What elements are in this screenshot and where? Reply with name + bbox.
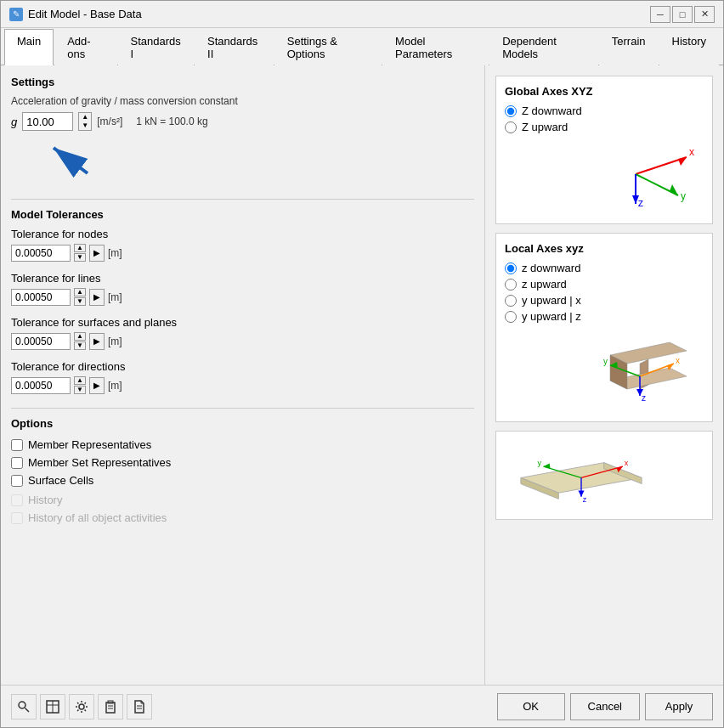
local-axes-section: Local Axes xyz z downward z upward y upw… [495,233,713,422]
svg-text:z: z [583,495,587,504]
tolerance-directions-row: ▲ ▼ ▶ [m] [11,376,474,394]
local-y-upward-z-radio[interactable] [505,311,517,323]
gear-icon-button[interactable] [69,694,94,720]
local-y-upward-x-label[interactable]: y upward | x [522,294,581,307]
settings-section-title: Settings [11,76,474,88]
tolerance-nodes-up[interactable]: ▲ [74,244,86,252]
svg-text:x: x [625,459,629,467]
member-set-reps-checkbox[interactable] [11,457,23,469]
tolerance-directions-label: Tolerance for directions [11,360,474,373]
tolerance-surfaces-row: ▲ ▼ ▶ [m] [11,332,474,350]
surface-cells-checkbox[interactable] [11,475,23,487]
member-reps-checkbox[interactable] [11,439,23,451]
toolbar-icons [11,694,152,720]
cancel-button[interactable]: Cancel [570,693,640,720]
doc-icon-button[interactable] [127,694,152,720]
local-z-downward-radio[interactable] [505,262,517,274]
action-buttons: OK Cancel Apply [497,693,713,720]
window-title: Edit Model - Base Data [28,8,142,20]
tab-model-parameters[interactable]: Model Parameters [382,29,489,65]
local-z-upward-row: z upward [505,278,704,291]
tab-terrain[interactable]: Terrain [599,29,659,65]
global-axes-section: Global Axes XYZ Z downward Z upward x [495,76,713,224]
member-reps-label[interactable]: Member Representatives [28,438,151,451]
checkbox-history: History [11,494,474,506]
tolerance-surfaces-nav[interactable]: ▶ [89,333,105,350]
svg-line-1 [54,148,88,173]
g-symbol: g [11,116,17,128]
tolerance-lines-spinner: ▲ ▼ [74,288,86,306]
history-checkbox[interactable] [11,494,23,506]
global-z-upward-radio[interactable] [505,121,517,133]
tolerance-lines-input[interactable] [11,289,71,306]
search-icon [17,700,31,714]
tab-dependent-models[interactable]: Dependent Models [489,29,598,65]
tolerance-surfaces-up[interactable]: ▲ [74,332,86,341]
flat-plate-section: x y z [495,431,713,520]
flat-plate-svg: x y z [505,440,658,508]
tolerance-lines-up[interactable]: ▲ [74,288,86,296]
gravity-unit: [m/s²] [97,116,122,127]
minimize-button[interactable]: ─ [650,6,670,23]
main-window: ✎ Edit Model - Base Data ─ □ ✕ Main Add-… [0,0,724,728]
tab-main[interactable]: Main [4,29,54,65]
tab-addons[interactable]: Add-ons [54,29,116,65]
tab-history[interactable]: History [659,29,719,65]
gravity-spinner-up[interactable]: ▲ [79,113,91,121]
tab-standards1[interactable]: Standards I [118,29,195,65]
local-y-upward-x-row: y upward | x [505,294,704,307]
search-icon-button[interactable] [11,694,37,720]
tab-settings-options[interactable]: Settings & Options [274,29,382,65]
checkbox-member-reps: Member Representatives [11,438,474,451]
tolerance-nodes-nav[interactable]: ▶ [89,245,105,262]
local-axes-title: Local Axes xyz [505,242,704,255]
local-y-upward-x-radio[interactable] [505,295,517,307]
tolerance-nodes-label: Tolerance for nodes [11,228,474,240]
checkbox-member-set-reps: Member Set Representatives [11,456,474,469]
surface-cells-label[interactable]: Surface Cells [28,474,93,487]
tab-standards2[interactable]: Standards II [195,29,274,65]
global-z-downward-radio[interactable] [505,105,517,117]
local-z-upward-radio[interactable] [505,279,517,291]
global-z-downward-label[interactable]: Z downward [522,104,582,117]
history-all-checkbox[interactable] [11,512,23,524]
global-axes-title: Global Axes XYZ [505,85,704,98]
global-axes-svg: x y z [602,140,704,208]
maximize-button[interactable]: □ [672,6,693,23]
svg-point-36 [19,702,25,708]
tolerance-nodes-input[interactable] [11,245,71,262]
blue-arrow-svg [37,139,105,182]
local-z-downward-label[interactable]: z downward [522,262,580,274]
apply-button[interactable]: Apply [645,693,713,720]
gravity-row: g ▲ ▼ [m/s²] 1 kN = 100.0 kg [11,112,474,131]
options-section-title: Options [11,417,474,430]
tolerance-directions-down[interactable]: ▼ [74,386,86,394]
local-z-upward-label[interactable]: z upward [522,278,567,291]
gravity-label: Acceleration of gravity / mass conversio… [11,95,474,107]
content-area: Settings Acceleration of gravity / mass … [1,65,723,685]
local-ibeam-diagram: x y z [505,330,704,406]
member-set-reps-label[interactable]: Member Set Representatives [28,456,171,469]
tolerance-directions-up[interactable]: ▲ [74,376,86,385]
gear-icon [75,700,88,714]
tolerance-surfaces-down[interactable]: ▼ [74,341,86,350]
tolerance-lines-nav[interactable]: ▶ [89,289,105,306]
global-z-upward-label[interactable]: Z upward [522,121,568,133]
tolerance-nodes-down[interactable]: ▼ [74,253,86,262]
tolerance-directions-nav[interactable]: ▶ [89,377,105,394]
tolerance-lines-down[interactable]: ▼ [74,297,86,306]
close-button[interactable]: ✕ [694,6,715,23]
tolerance-lines: Tolerance for lines ▲ ▼ ▶ [m] [11,272,474,306]
tolerance-surfaces-spinner: ▲ ▼ [74,332,86,350]
gravity-input[interactable] [22,112,73,131]
gravity-spinner-down[interactable]: ▼ [79,121,91,130]
tolerance-surfaces-input[interactable] [11,333,71,350]
tabs-bar: Main Add-ons Standards I Standards II Se… [1,28,723,65]
local-y-upward-z-label[interactable]: y upward | z [522,310,581,323]
ok-button[interactable]: OK [497,693,565,720]
clipboard-icon-button[interactable] [98,694,123,720]
tolerance-directions-input[interactable] [11,377,71,394]
svg-text:y: y [537,459,541,467]
table-icon-button[interactable] [40,694,65,720]
svg-text:y: y [681,190,686,202]
